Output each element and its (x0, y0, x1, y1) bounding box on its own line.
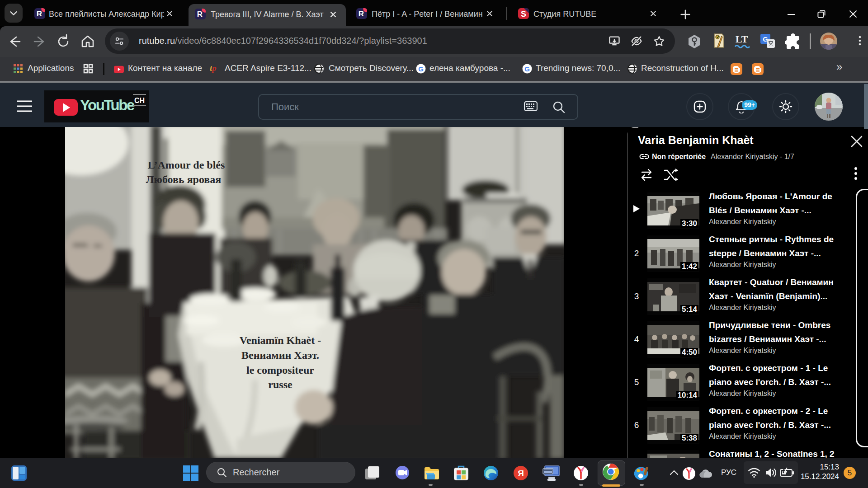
svg-text:Я: Я (518, 469, 524, 478)
svg-text:S: S (521, 9, 526, 19)
svg-text:R: R (37, 9, 42, 18)
svg-text:L’Amour de blés: L’Amour de blés (148, 159, 225, 171)
svg-text:G: G (524, 65, 530, 73)
svg-text:G: G (418, 65, 424, 73)
svg-text:russe: russe (268, 379, 292, 390)
svg-text:Вениамин Хаэт.: Вениамин Хаэт. (241, 349, 319, 361)
svg-text:Любовь яровая: Любовь яровая (146, 174, 222, 185)
svg-text:le compositeur: le compositeur (246, 364, 314, 376)
svg-text:R: R (197, 10, 203, 19)
svg-text:R: R (359, 9, 364, 18)
svg-text:Veniamïn Khaèt -: Veniamïn Khaèt - (240, 334, 321, 346)
